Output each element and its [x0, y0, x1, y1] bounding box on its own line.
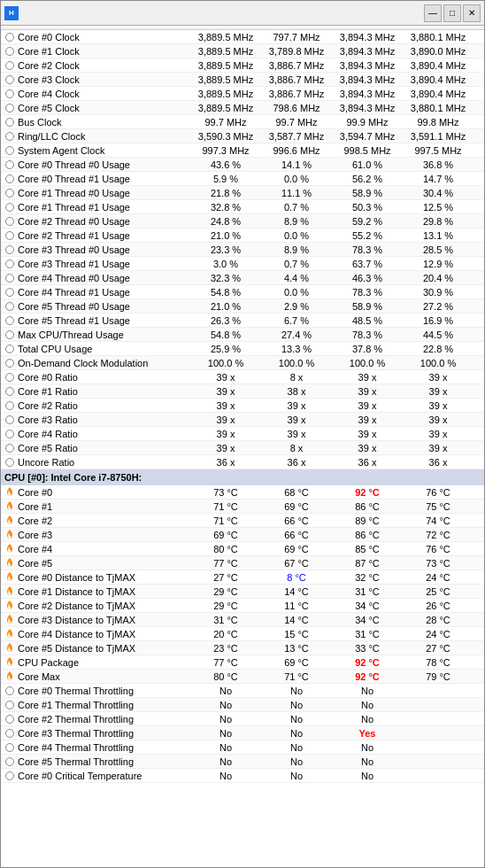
table-row[interactable]: Bus Clock99.7 MHz99.7 MHz99.9 MHz99.8 MH… — [1, 115, 484, 129]
current-value: 99.7 MHz — [190, 117, 261, 128]
flame-icon — [4, 586, 15, 597]
sensor-table[interactable]: Core #0 Clock3,889.5 MHz797.7 MHz3,894.3… — [1, 30, 484, 867]
average-value: 3,890.0 MHz — [403, 46, 473, 57]
table-row[interactable]: Core #5 Thread #1 Usage26.3 %6.7 %48.5 %… — [1, 314, 484, 328]
table-row[interactable]: Core #2 Thread #0 Usage24.8 %8.9 %59.2 %… — [1, 214, 484, 229]
table-row[interactable]: Ring/LLC Clock3,590.3 MHz3,587.7 MHz3,59… — [1, 129, 484, 143]
minimum-value: No — [261, 756, 332, 767]
maximize-button[interactable]: □ — [443, 4, 461, 22]
minimize-button[interactable]: — — [424, 4, 442, 22]
table-row[interactable]: Core #0 Distance to TjMAX27 °C8 °C32 °C2… — [1, 570, 484, 585]
minimum-value: 39 x — [261, 400, 332, 411]
minimum-value: 15 °C — [261, 629, 332, 639]
maximum-value: 39 x — [332, 386, 403, 397]
table-row[interactable]: Core #3 Ratio39 x39 x39 x39 x — [1, 413, 484, 427]
current-value: 39 x — [190, 386, 261, 397]
current-value: 31 °C — [190, 615, 261, 625]
circle-icon — [4, 443, 15, 453]
minimum-value: 14 °C — [261, 586, 332, 597]
average-value: 100.0 % — [403, 358, 473, 368]
table-row[interactable]: Core #5 Thermal ThrottlingNoNoNo — [1, 755, 484, 769]
sensor-name-cell: Core #3 Ratio — [4, 415, 190, 425]
sensor-label: Core #2 Thread #1 Usage — [18, 230, 130, 241]
table-row[interactable]: Core #3 Thread #0 Usage23.3 %8.9 %78.3 %… — [1, 243, 484, 257]
table-row[interactable]: Core #4 Thread #0 Usage32.3 %4.4 %46.3 %… — [1, 271, 484, 285]
table-row[interactable]: Core #0 Thread #1 Usage5.9 %0.0 %56.2 %1… — [1, 172, 484, 186]
sensor-name-cell: Core #2 Thread #1 Usage — [4, 230, 190, 241]
table-row[interactable]: Core #577 °C67 °C87 °C73 °C — [1, 556, 484, 570]
table-row[interactable]: Core #3 Distance to TjMAX31 °C14 °C34 °C… — [1, 613, 484, 627]
table-row[interactable]: Core #2 Distance to TjMAX29 °C11 °C34 °C… — [1, 599, 484, 613]
table-row[interactable]: Core #271 °C66 °C89 °C74 °C — [1, 514, 484, 528]
table-row[interactable]: Core #5 Thread #0 Usage21.0 %2.9 %58.9 %… — [1, 299, 484, 314]
sensor-label: Core #2 Thread #0 Usage — [18, 216, 130, 227]
table-row[interactable]: System Agent Clock997.3 MHz996.6 MHz998.… — [1, 143, 484, 158]
table-row[interactable]: Core #0 Critical TemperatureNoNoNo — [1, 769, 484, 783]
table-row[interactable]: On-Demand Clock Modulation100.0 %100.0 %… — [1, 356, 484, 370]
sensor-name-cell: Core #5 Distance to TjMAX — [4, 643, 190, 654]
table-row[interactable]: Core #073 °C68 °C92 °C76 °C — [1, 485, 484, 500]
table-row[interactable]: Core #3 Thermal ThrottlingNoNoYes — [1, 726, 484, 740]
table-row[interactable]: Core #1 Thread #0 Usage21.8 %11.1 %58.9 … — [1, 186, 484, 200]
table-row[interactable]: Max CPU/Thread Usage54.8 %27.4 %78.3 %44… — [1, 328, 484, 342]
minimum-value: 0.0 % — [261, 230, 332, 241]
table-row[interactable]: Core #4 Distance to TjMAX20 °C15 °C31 °C… — [1, 627, 484, 641]
table-row[interactable]: Core #2 Ratio39 x39 x39 x39 x — [1, 399, 484, 413]
table-row[interactable]: Core #0 Ratio39 x8 x39 x39 x — [1, 370, 484, 384]
table-row[interactable]: Core #3 Thread #1 Usage3.0 %0.7 %63.7 %1… — [1, 257, 484, 271]
sensor-label: Core Max — [18, 671, 60, 682]
table-row[interactable]: Core #5 Distance to TjMAX23 °C13 °C33 °C… — [1, 641, 484, 655]
table-row[interactable]: Core #171 °C69 °C86 °C75 °C — [1, 500, 484, 514]
maximum-value: 86 °C — [332, 501, 403, 512]
table-row[interactable]: Core #369 °C66 °C86 °C72 °C — [1, 528, 484, 542]
sensor-name-cell: Core #1 Thread #0 Usage — [4, 188, 190, 198]
table-row[interactable]: Core #4 Thread #1 Usage54.8 %0.0 %78.3 %… — [1, 285, 484, 299]
table-row[interactable]: Core #0 Thermal ThrottlingNoNoNo — [1, 684, 484, 698]
sensor-name-cell: Core #3 Thread #1 Usage — [4, 259, 190, 269]
table-row[interactable]: Core Max80 °C71 °C92 °C79 °C — [1, 670, 484, 684]
current-value: 29 °C — [190, 586, 261, 597]
table-row[interactable]: Core #2 Clock3,889.5 MHz3,886.7 MHz3,894… — [1, 58, 484, 73]
table-row[interactable]: Uncore Ratio36 x36 x36 x36 x — [1, 455, 484, 469]
table-row[interactable]: Core #4 Thermal ThrottlingNoNoNo — [1, 740, 484, 755]
minimum-value: No — [261, 686, 332, 696]
table-row[interactable]: Core #1 Clock3,889.5 MHz3,789.8 MHz3,894… — [1, 44, 484, 58]
table-row[interactable]: Core #3 Clock3,889.5 MHz3,886.7 MHz3,894… — [1, 73, 484, 87]
maximum-value: 85 °C — [332, 544, 403, 554]
table-row[interactable]: Core #4 Clock3,889.5 MHz3,886.7 MHz3,894… — [1, 87, 484, 101]
flame-icon — [4, 501, 15, 512]
sensor-label: Core #3 Distance to TjMAX — [18, 615, 135, 625]
minimum-value: 14.1 % — [261, 159, 332, 170]
average-value: 3,890.4 MHz — [403, 89, 473, 99]
close-button[interactable]: ✕ — [463, 4, 481, 22]
table-row[interactable]: Core #1 Distance to TjMAX29 °C14 °C31 °C… — [1, 585, 484, 599]
current-value: No — [190, 700, 261, 710]
circle-icon — [4, 686, 15, 696]
table-row[interactable]: Core #4 Ratio39 x39 x39 x39 x — [1, 427, 484, 441]
table-row[interactable]: Total CPU Usage25.9 %13.3 %37.8 %22.8 % — [1, 342, 484, 356]
table-row[interactable]: Core #0 Thread #0 Usage43.6 %14.1 %61.0 … — [1, 158, 484, 172]
table-row[interactable]: Core #2 Thread #1 Usage21.0 %0.0 %55.2 %… — [1, 229, 484, 243]
circle-icon — [4, 400, 15, 411]
table-row[interactable]: Core #2 Thermal ThrottlingNoNoNo — [1, 712, 484, 726]
table-row[interactable]: Core #480 °C69 °C85 °C76 °C — [1, 542, 484, 556]
table-row[interactable]: Core #5 Ratio39 x8 x39 x39 x — [1, 441, 484, 455]
current-value: 20 °C — [190, 629, 261, 639]
table-row[interactable]: Core #5 Clock3,889.5 MHz798.6 MHz3,894.3… — [1, 101, 484, 115]
current-value: 80 °C — [190, 544, 261, 554]
average-value: 16.9 % — [403, 315, 473, 326]
table-row[interactable]: Core #0 Clock3,889.5 MHz797.7 MHz3,894.3… — [1, 30, 484, 44]
average-value: 99.8 MHz — [403, 117, 473, 128]
maximum-value: 50.3 % — [332, 202, 403, 213]
table-row[interactable]: Core #1 Thermal ThrottlingNoNoNo — [1, 698, 484, 712]
table-row[interactable]: Core #1 Ratio39 x38 x39 x39 x — [1, 384, 484, 399]
sensor-name-cell: Core #5 — [4, 558, 190, 569]
table-row[interactable]: CPU Package77 °C69 °C92 °C78 °C — [1, 655, 484, 670]
sensor-label: Core #1 Clock — [18, 46, 80, 57]
minimum-value: 11.1 % — [261, 188, 332, 198]
average-value: 39 x — [403, 415, 473, 425]
maximum-value: 92 °C — [332, 487, 403, 498]
maximum-value: 56.2 % — [332, 174, 403, 184]
maximum-value: 3,894.3 MHz — [332, 46, 403, 57]
table-row[interactable]: Core #1 Thread #1 Usage32.8 %0.7 %50.3 %… — [1, 200, 484, 214]
